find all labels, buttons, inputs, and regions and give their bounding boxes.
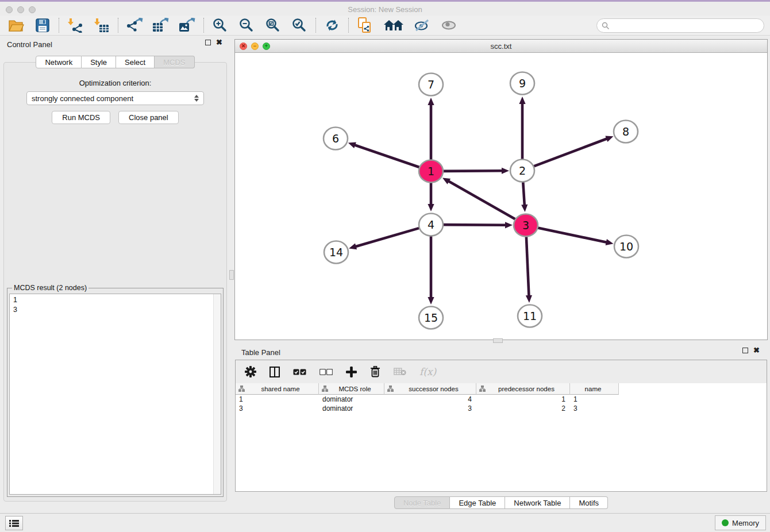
table-cell[interactable]: 1	[236, 395, 319, 404]
horizontal-splitter-grip[interactable]	[493, 338, 503, 343]
table-cell[interactable]: 1	[570, 395, 619, 404]
edge-1-6[interactable]	[354, 145, 420, 167]
toggle-column-panel-icon[interactable]	[270, 367, 280, 377]
control-panel-title: Control Panel	[7, 40, 52, 49]
network-graph[interactable]: 7968124314101511	[235, 53, 767, 340]
table-cell[interactable]: dominator	[319, 404, 384, 413]
mcds-result-list[interactable]: 1 3	[9, 294, 221, 495]
zoom-fit-icon[interactable]	[264, 17, 282, 33]
refresh-view-icon[interactable]	[324, 17, 341, 33]
status-bar: Memory	[0, 513, 770, 532]
export-network-icon[interactable]	[126, 17, 143, 33]
app-titlebar: Session: New Session	[0, 0, 770, 16]
column-header-successor-nodes[interactable]: successor nodes	[384, 383, 476, 395]
result-scrollbar[interactable]	[213, 294, 221, 494]
table-cell[interactable]: 4	[384, 395, 476, 404]
tab-mcds[interactable]: MCDS	[155, 56, 194, 68]
graph-node-label: 3	[522, 219, 529, 232]
edge-4-3[interactable]	[442, 225, 506, 225]
copy-network-view-icon[interactable]	[356, 17, 374, 33]
table-panel-tabs: Node TableEdge TableNetwork TableMotifs	[234, 496, 768, 509]
edge-2-8[interactable]	[533, 138, 607, 167]
graph-node-label: 4	[428, 218, 434, 231]
network-canvas[interactable]: 7968124314101511	[235, 53, 767, 340]
graph-node-label: 14	[329, 246, 343, 259]
edge-3-1[interactable]	[448, 181, 516, 219]
table-cell[interactable]: 3	[384, 404, 476, 413]
import-table-icon[interactable]	[93, 17, 110, 33]
edge-arrowhead	[605, 136, 613, 141]
network-view-window: ✕ − + scc.txt 7968124314101511	[234, 39, 768, 340]
mcds-panel: Optimization criterion: strongly connect…	[3, 62, 227, 502]
delete-column-icon[interactable]	[370, 366, 380, 377]
edge-3-10[interactable]	[537, 228, 607, 242]
zoom-selected-icon[interactable]	[291, 17, 308, 33]
table-toolbar: f(x)	[236, 360, 767, 383]
table-cell[interactable]: dominator	[319, 395, 384, 404]
zoom-out-icon[interactable]	[238, 17, 255, 33]
control-panel-tabs: NetworkStyleSelectMCDS	[0, 56, 230, 68]
memory-button[interactable]: Memory	[715, 515, 766, 530]
network-window-titlebar: ✕ − + scc.txt	[235, 40, 767, 53]
settings-gear-icon[interactable]	[245, 366, 256, 377]
export-table-icon[interactable]	[152, 17, 170, 33]
network-window-title: scc.txt	[235, 42, 767, 51]
table-panel-close-button[interactable]: ✖	[753, 348, 760, 353]
edge-arrowhead	[428, 297, 434, 304]
mcds-result-lines: 1 3	[10, 294, 221, 316]
search-input[interactable]	[610, 21, 764, 30]
zoom-in-icon[interactable]	[211, 17, 229, 33]
edge-arrowhead	[348, 142, 356, 148]
tab-style[interactable]: Style	[82, 56, 116, 68]
edge-arrowhead	[428, 98, 434, 105]
tab-node-table[interactable]: Node Table	[394, 496, 451, 509]
control-panel-float-button[interactable]	[205, 40, 211, 45]
add-column-icon[interactable]	[346, 367, 357, 377]
tab-network[interactable]: Network	[36, 56, 82, 68]
table-cell[interactable]: 3	[570, 404, 619, 413]
table-row[interactable]: 3dominator323	[236, 404, 767, 413]
run-mcds-button[interactable]: Run MCDS	[52, 111, 110, 124]
column-header-MCDS-role[interactable]: MCDS role	[319, 383, 384, 395]
column-header-predecessor-nodes[interactable]: predecessor nodes	[476, 383, 570, 395]
close-panel-button[interactable]: Close panel	[118, 111, 179, 124]
export-image-icon[interactable]	[179, 17, 196, 33]
search-box[interactable]	[596, 18, 764, 33]
memory-label: Memory	[732, 519, 759, 527]
table-cell[interactable]: 2	[476, 404, 570, 413]
show-graphics-details-icon[interactable]	[440, 17, 457, 33]
optimization-criterion-value: strongly connected component	[32, 94, 194, 103]
edge-3-11[interactable]	[526, 237, 529, 296]
hide-graphics-details-icon[interactable]	[414, 17, 431, 33]
table-row[interactable]: 1dominator411	[236, 395, 767, 404]
vertical-splitter-grip[interactable]	[229, 270, 234, 280]
home-layout-icon[interactable]	[383, 17, 405, 33]
edge-arrowhead	[526, 295, 532, 303]
column-header-name[interactable]: name	[570, 383, 619, 395]
table-header-row: shared nameMCDS rolesuccessor nodesprede…	[236, 383, 767, 395]
tab-edge-table[interactable]: Edge Table	[450, 496, 505, 509]
graph-node-label: 1	[428, 165, 434, 178]
edge-arrowhead	[349, 244, 357, 250]
deselect-all-columns-icon[interactable]	[319, 369, 333, 375]
import-network-icon[interactable]	[67, 17, 84, 33]
control-panel-close-button[interactable]: ✖	[216, 40, 222, 45]
edge-4-14[interactable]	[355, 228, 420, 247]
tab-select[interactable]: Select	[116, 56, 155, 68]
column-tree-icon	[238, 385, 245, 392]
edge-2-3[interactable]	[523, 182, 525, 206]
column-header-shared-name[interactable]: shared name	[236, 383, 319, 395]
open-session-icon[interactable]	[7, 17, 25, 33]
optimization-criterion-select[interactable]: strongly connected component	[26, 91, 204, 105]
save-session-icon[interactable]	[34, 17, 51, 33]
select-all-columns-icon[interactable]	[293, 369, 306, 375]
select-stepper-icon	[194, 95, 199, 102]
tab-motifs[interactable]: Motifs	[570, 496, 608, 509]
optimization-criterion-label: Optimization criterion:	[4, 79, 226, 87]
tab-network-table[interactable]: Network Table	[505, 496, 570, 509]
show-panels-menu-button[interactable]	[5, 516, 23, 530]
table-cell[interactable]: 3	[236, 404, 319, 413]
edge-1-2[interactable]	[442, 171, 503, 171]
table-cell[interactable]: 1	[476, 395, 570, 404]
table-panel-float-button[interactable]	[742, 348, 748, 353]
